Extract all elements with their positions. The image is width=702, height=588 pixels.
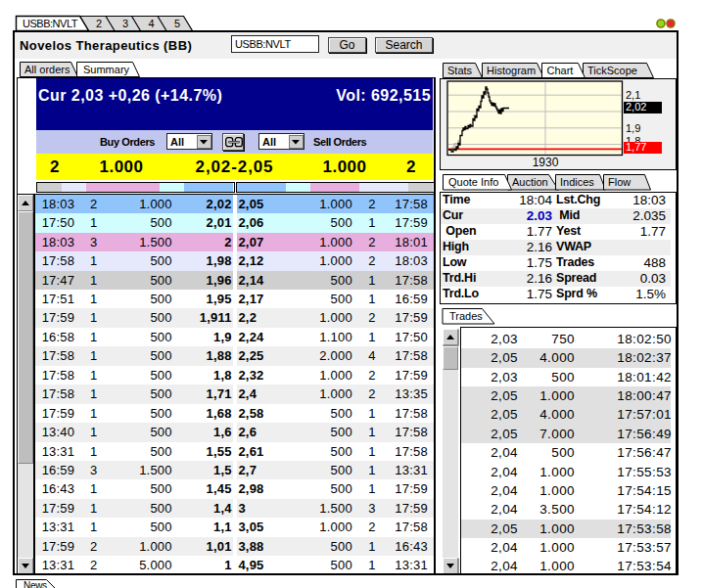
svg-text:3: 3 [122, 18, 128, 29]
svg-text:5: 5 [174, 18, 180, 29]
svg-text:USBB:NVLT: USBB:NVLT [23, 18, 78, 29]
svg-text:2: 2 [96, 18, 102, 29]
svg-text:News: News [23, 580, 47, 588]
svg-text:4: 4 [148, 18, 154, 29]
